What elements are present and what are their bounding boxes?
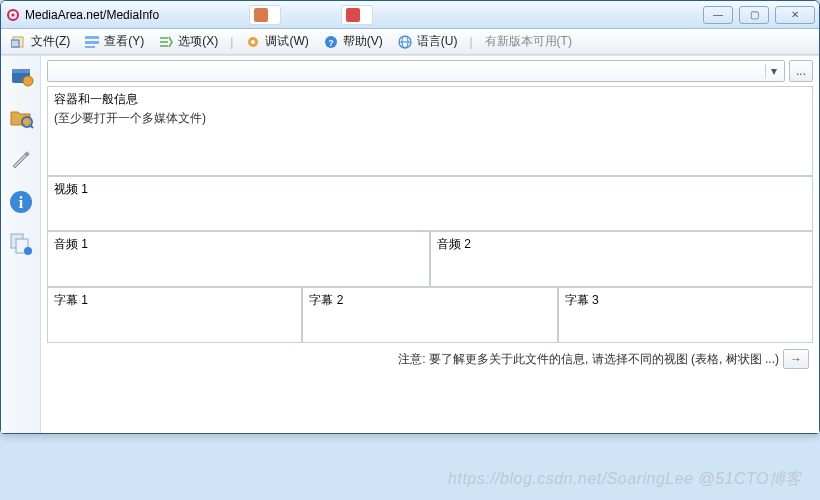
svg-point-24 [24, 247, 32, 255]
chevron-down-icon[interactable]: ▾ [765, 64, 781, 78]
svg-point-16 [23, 76, 33, 86]
titlebar-tab-1[interactable] [249, 5, 281, 25]
menu-options[interactable]: 选项(X) [154, 31, 222, 52]
options-icon [158, 34, 174, 50]
menu-help[interactable]: ? 帮助(V) [319, 31, 387, 52]
settings-icon [9, 148, 33, 172]
panel-hint: (至少要打开一个多媒体文件) [54, 110, 806, 127]
panel-heading: 音频 1 [54, 236, 423, 253]
menu-separator: | [228, 35, 235, 49]
audio-row: 音频 1 音频 2 [47, 231, 813, 287]
client-area: i ▾ ... 容器和一般信息 (至少要打开一个多媒体文件) 视频 1 [1, 55, 819, 433]
subtitle-row: 字幕 1 字幕 2 字幕 3 [47, 287, 813, 343]
window-controls: — ▢ ✕ [703, 6, 815, 24]
debug-icon [245, 34, 261, 50]
tool-info[interactable]: i [7, 188, 35, 216]
panel-audio-1: 音频 1 [47, 231, 430, 287]
panel-heading: 视频 1 [54, 181, 806, 198]
menu-update[interactable]: 有新版本可用(T) [481, 31, 576, 52]
note-row: 注意: 要了解更多关于此文件的信息, 请选择不同的视图 (表格, 树状图 ...… [47, 349, 813, 369]
svg-point-8 [251, 40, 255, 44]
note-text: 注意: 要了解更多关于此文件的信息, 请选择不同的视图 (表格, 树状图 ...… [398, 351, 779, 368]
panel-heading: 字幕 1 [54, 292, 295, 309]
open-folder-icon [8, 105, 34, 131]
panel-container-info: 容器和一般信息 (至少要打开一个多媒体文件) [47, 86, 813, 176]
menu-view[interactable]: 查看(Y) [80, 31, 148, 52]
file-icon [11, 34, 27, 50]
close-button[interactable]: ✕ [775, 6, 815, 24]
tab-icon [346, 8, 360, 22]
tool-open-file[interactable] [7, 62, 35, 90]
tab-icon [254, 8, 268, 22]
panel-video-1: 视频 1 [47, 176, 813, 231]
main-area: ▾ ... 容器和一般信息 (至少要打开一个多媒体文件) 视频 1 音频 1 音… [41, 56, 819, 433]
panel-heading: 字幕 3 [565, 292, 806, 309]
svg-text:i: i [18, 194, 23, 211]
app-icon [5, 7, 21, 23]
panel-heading: 字幕 2 [309, 292, 550, 309]
globe-icon [397, 34, 413, 50]
svg-rect-3 [11, 40, 19, 47]
window-title: MediaArea.net/MediaInfo [25, 8, 159, 22]
svg-point-1 [12, 13, 15, 16]
panel-subtitle-3: 字幕 3 [558, 287, 813, 343]
tool-copy[interactable] [7, 230, 35, 258]
file-combobox[interactable]: ▾ [47, 60, 785, 82]
menu-debug[interactable]: 调试(W) [241, 31, 312, 52]
minimize-button[interactable]: — [703, 6, 733, 24]
browse-button[interactable]: ... [789, 60, 813, 82]
copy-icon [8, 231, 34, 257]
menu-language[interactable]: 语言(U) [393, 31, 462, 52]
tool-open-folder[interactable] [7, 104, 35, 132]
panel-subtitle-2: 字幕 2 [302, 287, 557, 343]
titlebar-tab-2[interactable] [341, 5, 373, 25]
view-icon [84, 34, 100, 50]
svg-rect-15 [12, 69, 30, 73]
panel-audio-2: 音频 2 [430, 231, 813, 287]
titlebar: MediaArea.net/MediaInfo — ▢ ✕ [1, 1, 819, 29]
menu-file[interactable]: 文件(Z) [7, 31, 74, 52]
file-selector-row: ▾ ... [47, 60, 813, 82]
menubar: 文件(Z) 查看(Y) 选项(X) | 调试(W) ? 帮助(V) 语言(U) … [1, 29, 819, 55]
svg-line-18 [30, 125, 33, 128]
panel-heading: 容器和一般信息 [54, 91, 806, 108]
watermark-text: https://blog.csdn.net/SoaringLee @51CTO博… [448, 469, 802, 490]
left-toolbar: i [1, 56, 41, 433]
panel-heading: 音频 2 [437, 236, 806, 253]
svg-rect-4 [85, 36, 99, 39]
svg-text:?: ? [328, 38, 334, 48]
info-icon: i [8, 189, 34, 215]
maximize-button[interactable]: ▢ [739, 6, 769, 24]
app-window: MediaArea.net/MediaInfo — ▢ ✕ 文件(Z) 查看(Y… [0, 0, 820, 434]
svg-rect-6 [85, 46, 95, 48]
svg-rect-5 [85, 41, 99, 44]
menu-separator: | [467, 35, 474, 49]
switch-view-button[interactable]: → [783, 349, 809, 369]
open-file-icon [8, 63, 34, 89]
help-icon: ? [323, 34, 339, 50]
tool-settings[interactable] [7, 146, 35, 174]
panel-subtitle-1: 字幕 1 [47, 287, 302, 343]
